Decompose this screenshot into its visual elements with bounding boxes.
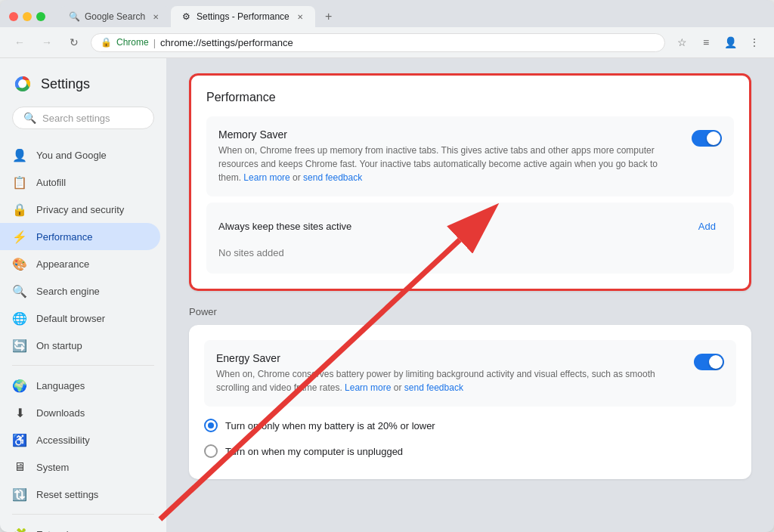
power-section-label: Power	[189, 306, 751, 317]
search-icon: 🔍	[23, 112, 36, 124]
add-sites-button[interactable]: Add	[692, 218, 722, 235]
system-icon: 🖥	[12, 459, 27, 475]
extensions-icon: 🧩	[12, 527, 27, 532]
energy-saver-feedback-link[interactable]: send feedback	[404, 382, 463, 393]
traffic-lights	[9, 12, 45, 21]
page-wrapper: Settings 🔍 👤 You and Google 📋 Autofill 🔒…	[0, 58, 774, 532]
radio-unplugged-circle	[204, 444, 218, 458]
energy-saver-toggle[interactable]	[694, 354, 724, 370]
energy-saver-row: Energy Saver When on, Chrome conserves b…	[216, 352, 724, 394]
memory-saver-learn-more-link[interactable]: Learn more	[243, 172, 289, 183]
tabs-bar: 🔍 Google Search ✕ ⚙ Settings - Performan…	[59, 6, 765, 27]
sidebar-item-appearance-label: Appearance	[36, 258, 89, 270]
memory-saver-desc: When on, Chrome frees up memory from ina…	[218, 144, 683, 184]
sidebar-title: Settings	[41, 76, 90, 92]
sidebar-item-reset[interactable]: 🔃 Reset settings	[0, 481, 160, 508]
memory-saver-toggle[interactable]	[692, 130, 722, 147]
minimize-button[interactable]	[23, 12, 32, 21]
radio-battery-20[interactable]: Turn on only when my battery is at 20% o…	[204, 413, 736, 438]
radio-battery-20-label: Turn on only when my battery is at 20% o…	[225, 420, 435, 431]
memory-saver-row: Memory Saver When on, Chrome frees up me…	[218, 128, 722, 184]
new-tab-button[interactable]: +	[318, 6, 339, 27]
bookmark-button[interactable]: ☆	[671, 32, 692, 53]
svg-point-2	[19, 80, 26, 88]
address-scheme: Chrome	[116, 37, 149, 48]
sidebar-item-search-engine-label: Search engine	[36, 286, 100, 297]
on-startup-icon: 🔄	[12, 338, 27, 353]
performance-card: Performance Memory Saver When on, Chrome…	[189, 73, 751, 291]
tab-settings[interactable]: ⚙ Settings - Performance ✕	[171, 6, 315, 27]
more-button[interactable]: ⋮	[744, 32, 765, 53]
tab-google-close[interactable]: ✕	[150, 11, 162, 23]
sidebar-item-search-engine[interactable]: 🔍 Search engine	[0, 277, 160, 305]
sidebar-item-languages[interactable]: 🌍 Languages	[0, 372, 160, 399]
privacy-icon: 🔒	[12, 202, 27, 217]
accessibility-icon: ♿	[12, 432, 27, 447]
performance-section-title: Performance	[206, 91, 734, 104]
sidebar-item-you-google[interactable]: 👤 You and Google	[0, 141, 160, 169]
memory-saver-feedback-link[interactable]: send feedback	[303, 172, 362, 183]
sidebar-item-system[interactable]: 🖥 System	[0, 453, 160, 481]
default-browser-icon: 🌐	[12, 311, 27, 326]
sidebar-item-on-startup[interactable]: 🔄 On startup	[0, 332, 160, 359]
sidebar-item-languages-label: Languages	[36, 380, 85, 391]
energy-saver-info: Energy Saver When on, Chrome conserves b…	[216, 352, 685, 394]
sidebar-item-reset-label: Reset settings	[36, 489, 98, 500]
languages-icon: 🌍	[12, 378, 27, 393]
address-bar[interactable]: 🔒 Chrome | chrome://settings/performance	[91, 33, 665, 52]
sidebar-item-system-label: System	[36, 462, 69, 473]
sidebar-item-default-browser[interactable]: 🌐 Default browser	[0, 305, 160, 332]
address-path: chrome://settings/performance	[160, 37, 293, 48]
performance-icon: ⚡	[12, 229, 27, 244]
sidebar-item-default-browser-label: Default browser	[36, 313, 105, 324]
you-google-icon: 👤	[12, 147, 27, 162]
sidebar-item-accessibility[interactable]: ♿ Accessibility	[0, 426, 160, 453]
sidebar-item-appearance[interactable]: 🎨 Appearance	[0, 250, 160, 277]
back-button[interactable]: ←	[9, 32, 30, 53]
memory-saver-card: Memory Saver When on, Chrome frees up me…	[206, 116, 734, 196]
no-sites-text: No sites added	[218, 241, 722, 264]
sidebar-logo: Settings	[0, 70, 166, 107]
address-separator: |	[153, 37, 156, 48]
tab-google[interactable]: 🔍 Google Search ✕	[59, 6, 171, 27]
search-input[interactable]	[42, 113, 166, 124]
sidebar-item-on-startup-label: On startup	[36, 340, 82, 351]
sidebar-item-downloads[interactable]: ⬇ Downloads	[0, 399, 160, 426]
radio-unplugged[interactable]: Turn on when my computer is unplugged	[204, 438, 736, 464]
sidebar-item-downloads-label: Downloads	[36, 407, 85, 419]
energy-saver-or: or	[394, 382, 404, 393]
tab-google-title: Google Search	[85, 11, 145, 22]
title-bar: 🔍 Google Search ✕ ⚙ Settings - Performan…	[0, 0, 774, 27]
nav-bar: ← → ↻ 🔒 Chrome | chrome://settings/perfo…	[0, 27, 774, 58]
memory-saver-or: or	[293, 172, 303, 183]
sidebar-divider	[12, 365, 154, 366]
maximize-button[interactable]	[36, 12, 45, 21]
sidebar: Settings 🔍 👤 You and Google 📋 Autofill 🔒…	[0, 58, 166, 532]
memory-saver-info: Memory Saver When on, Chrome frees up me…	[218, 128, 683, 184]
search-box[interactable]: 🔍	[12, 107, 154, 129]
profile-button[interactable]: 👤	[720, 32, 741, 53]
tab-settings-close[interactable]: ✕	[294, 11, 306, 23]
energy-saver-card: Energy Saver When on, Chrome conserves b…	[204, 340, 736, 407]
sidebar-item-privacy-label: Privacy and security	[36, 204, 124, 215]
sidebar-item-privacy[interactable]: 🔒 Privacy and security	[0, 196, 160, 223]
close-button[interactable]	[9, 12, 18, 21]
sidebar-divider-2	[12, 514, 154, 515]
sidebar-item-accessibility-label: Accessibility	[36, 435, 90, 446]
radio-unplugged-label: Turn on when my computer is unplugged	[225, 446, 403, 457]
tab-google-favicon: 🔍	[68, 11, 80, 23]
forward-button[interactable]: →	[36, 32, 57, 53]
sidebar-item-autofill[interactable]: 📋 Autofill	[0, 169, 160, 196]
reload-button[interactable]: ↻	[63, 32, 85, 53]
sites-row: Always keep these sites active Add	[218, 212, 722, 241]
always-active-card: Always keep these sites active Add No si…	[206, 203, 734, 274]
tab-search-button[interactable]: ≡	[695, 32, 717, 53]
sidebar-item-performance[interactable]: ⚡ Performance	[0, 223, 160, 250]
energy-saver-learn-more-link[interactable]: Learn more	[345, 382, 391, 393]
appearance-icon: 🎨	[12, 256, 27, 271]
reset-icon: 🔃	[12, 487, 27, 502]
tab-settings-favicon: ⚙	[180, 11, 192, 23]
memory-saver-toggle-thumb	[707, 131, 720, 145]
energy-saver-desc: When on, Chrome conserves battery power …	[216, 367, 685, 394]
sidebar-item-extensions[interactable]: 🧩 Extensions ↗	[0, 521, 160, 532]
